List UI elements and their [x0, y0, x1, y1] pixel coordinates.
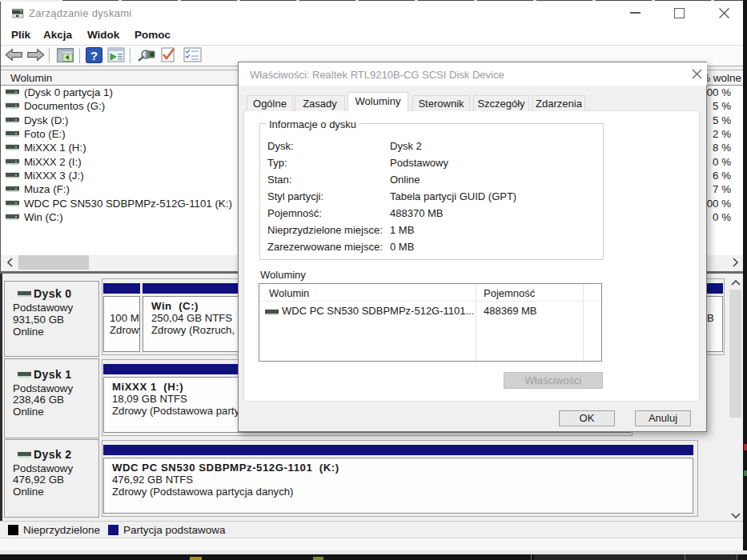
svg-text:?: ? — [90, 49, 98, 62]
